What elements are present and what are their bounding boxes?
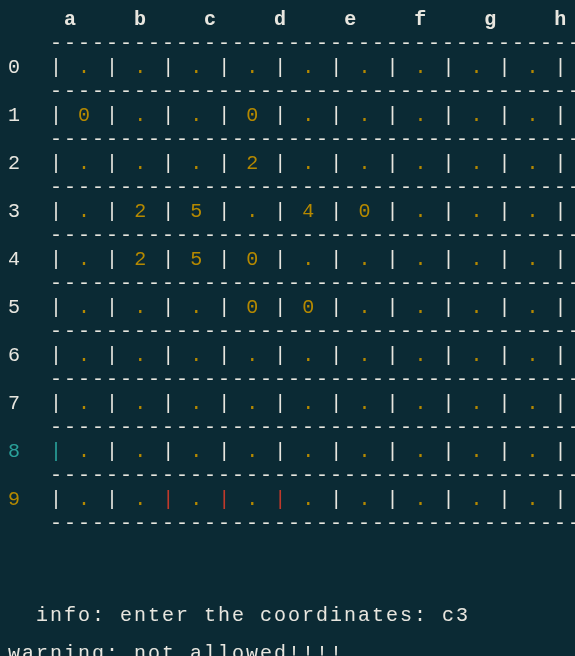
cell-3-f[interactable]: 0: [358, 200, 372, 223]
cell-3-e[interactable]: 4: [302, 200, 316, 223]
cell-8-d[interactable]: .: [246, 440, 260, 463]
cell-4-a[interactable]: .: [78, 248, 92, 271]
cell-3-i[interactable]: .: [527, 200, 541, 223]
cell-1-f[interactable]: .: [358, 104, 372, 127]
cell-0-d[interactable]: .: [246, 56, 260, 79]
cell-1-b[interactable]: .: [134, 104, 148, 127]
cell-5-i[interactable]: .: [527, 296, 541, 319]
cell-4-d[interactable]: 0: [246, 248, 260, 271]
cell-0-h[interactable]: .: [471, 56, 485, 79]
cell-1-e[interactable]: .: [302, 104, 316, 127]
cell-4-i[interactable]: .: [527, 248, 541, 271]
cell-0-f[interactable]: .: [358, 56, 372, 79]
cell-8-a[interactable]: .: [78, 440, 92, 463]
cell-9-c[interactable]: .: [190, 488, 204, 511]
pipe: |: [330, 104, 344, 127]
pipe: |: [442, 200, 456, 223]
cell-6-c[interactable]: .: [190, 344, 204, 367]
cell-6-b[interactable]: .: [134, 344, 148, 367]
cell-1-a[interactable]: 0: [78, 104, 92, 127]
cell-1-c[interactable]: .: [190, 104, 204, 127]
cell-2-d[interactable]: 2: [246, 152, 260, 175]
cell-4-e[interactable]: .: [302, 248, 316, 271]
cell-2-a[interactable]: .: [78, 152, 92, 175]
cell-2-c[interactable]: .: [190, 152, 204, 175]
cell-3-b[interactable]: 2: [134, 200, 148, 223]
cell-8-c[interactable]: .: [190, 440, 204, 463]
cell-3-d[interactable]: .: [246, 200, 260, 223]
pipe: |: [218, 392, 232, 415]
cell-6-g[interactable]: .: [414, 344, 428, 367]
cell-2-f[interactable]: .: [358, 152, 372, 175]
cell-9-f[interactable]: .: [358, 488, 372, 511]
cell-3-h[interactable]: .: [471, 200, 485, 223]
cell-4-b[interactable]: 2: [134, 248, 148, 271]
cell-7-h[interactable]: .: [471, 392, 485, 415]
cell-0-g[interactable]: .: [414, 56, 428, 79]
cell-4-h[interactable]: .: [471, 248, 485, 271]
cell-8-h[interactable]: .: [471, 440, 485, 463]
cell-7-f[interactable]: .: [358, 392, 372, 415]
cell-2-b[interactable]: .: [134, 152, 148, 175]
cell-7-a[interactable]: .: [78, 392, 92, 415]
cell-6-e[interactable]: .: [302, 344, 316, 367]
cell-7-d[interactable]: .: [246, 392, 260, 415]
cell-8-g[interactable]: .: [414, 440, 428, 463]
cell-6-f[interactable]: .: [358, 344, 372, 367]
cell-4-f[interactable]: .: [358, 248, 372, 271]
cell-0-e[interactable]: .: [302, 56, 316, 79]
grid-row-3: 3 | . | 2 | 5 | . | 4 | 0 | . | . | . | …: [8, 200, 567, 224]
cell-9-b[interactable]: .: [134, 488, 148, 511]
cell-8-b[interactable]: .: [134, 440, 148, 463]
cell-7-i[interactable]: .: [527, 392, 541, 415]
cell-8-i[interactable]: .: [527, 440, 541, 463]
cell-9-h[interactable]: .: [471, 488, 485, 511]
cell-0-i[interactable]: .: [527, 56, 541, 79]
pipe: |: [442, 392, 456, 415]
cell-1-h[interactable]: .: [471, 104, 485, 127]
cell-5-c[interactable]: .: [190, 296, 204, 319]
cell-9-d[interactable]: .: [246, 488, 260, 511]
cell-2-i[interactable]: .: [527, 152, 541, 175]
cell-0-c[interactable]: .: [190, 56, 204, 79]
cell-3-a[interactable]: .: [78, 200, 92, 223]
cell-0-b[interactable]: .: [134, 56, 148, 79]
cell-5-a[interactable]: .: [78, 296, 92, 319]
cell-6-a[interactable]: .: [78, 344, 92, 367]
pipe: |: [274, 152, 288, 175]
cell-5-f[interactable]: .: [358, 296, 372, 319]
cell-5-b[interactable]: .: [134, 296, 148, 319]
cell-2-h[interactable]: .: [471, 152, 485, 175]
cell-9-e[interactable]: .: [302, 488, 316, 511]
cell-5-d[interactable]: 0: [246, 296, 260, 319]
pipe: |: [162, 296, 176, 319]
cell-5-h[interactable]: .: [471, 296, 485, 319]
cell-1-i[interactable]: .: [527, 104, 541, 127]
cell-4-g[interactable]: .: [414, 248, 428, 271]
cell-2-e[interactable]: .: [302, 152, 316, 175]
cell-1-d[interactable]: 0: [246, 104, 260, 127]
cell-3-c[interactable]: 5: [190, 200, 204, 223]
cell-7-e[interactable]: .: [302, 392, 316, 415]
cell-4-c[interactable]: 5: [190, 248, 204, 271]
cell-9-a[interactable]: .: [78, 488, 92, 511]
coordinate-input[interactable]: c3: [442, 604, 470, 627]
cell-7-b[interactable]: .: [134, 392, 148, 415]
cell-5-e[interactable]: 0: [302, 296, 316, 319]
cell-6-d[interactable]: .: [246, 344, 260, 367]
cell-8-e[interactable]: .: [302, 440, 316, 463]
pipe: |: [555, 248, 569, 271]
cell-6-h[interactable]: .: [471, 344, 485, 367]
cell-5-g[interactable]: .: [414, 296, 428, 319]
cell-7-c[interactable]: .: [190, 392, 204, 415]
cell-7-g[interactable]: .: [414, 392, 428, 415]
cell-9-g[interactable]: .: [414, 488, 428, 511]
cell-9-i[interactable]: .: [527, 488, 541, 511]
cell-8-f[interactable]: .: [358, 440, 372, 463]
cell-3-g[interactable]: .: [414, 200, 428, 223]
cell-6-i[interactable]: .: [527, 344, 541, 367]
cell-2-g[interactable]: .: [414, 152, 428, 175]
cell-0-a[interactable]: .: [78, 56, 92, 79]
info-line[interactable]: info: enter the coordinates: c3: [8, 584, 567, 628]
cell-1-g[interactable]: .: [414, 104, 428, 127]
